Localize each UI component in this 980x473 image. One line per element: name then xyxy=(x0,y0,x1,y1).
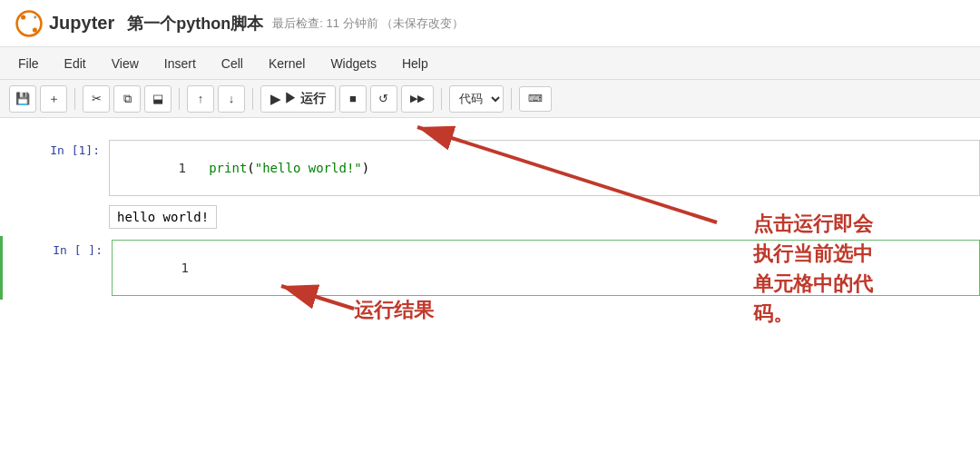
run-label: ▶ 运行 xyxy=(284,91,326,107)
print-keyword: print xyxy=(209,161,247,175)
menu-item-widgets[interactable]: Widgets xyxy=(327,54,380,73)
cell-1-paren-close: ) xyxy=(362,161,369,175)
jupyter-wordmark: Jupyter xyxy=(49,13,114,34)
menu-item-view[interactable]: View xyxy=(108,54,142,73)
line-number-2: 1 xyxy=(181,261,188,275)
stop-button[interactable]: ■ xyxy=(339,85,367,113)
click-run-annotation: 点击运行即会执行当前选中单元格中的代码。 xyxy=(753,209,953,329)
top-bar: Jupyter 第一个python脚本 最后检查: 11 分钟前 （未保存改变） xyxy=(0,0,980,47)
cut-button[interactable]: ✂ xyxy=(83,85,110,113)
run-icon: ▶ xyxy=(270,92,280,106)
cell-2-prompt: In [ ]: xyxy=(3,240,112,296)
notebook-area: In [1]: 1 print("hello world!") hello wo… xyxy=(0,118,980,473)
run-result-annotation: 运行结果 xyxy=(354,295,434,325)
menu-item-file[interactable]: File xyxy=(15,54,43,73)
toolbar-separator-4 xyxy=(441,88,442,110)
notebook-meta: 最后检查: 11 分钟前 （未保存改变） xyxy=(272,15,464,32)
cell-1-paren-open: ( xyxy=(247,161,254,175)
cell-1-output: hello world! xyxy=(109,205,217,229)
move-down-button[interactable]: ↓ xyxy=(218,85,245,113)
paste-button[interactable]: ⬓ xyxy=(144,85,172,113)
jupyter-logo-icon xyxy=(15,9,44,38)
cell-1-input[interactable]: 1 print("hello world!") xyxy=(109,140,980,196)
run-button[interactable]: ▶ ▶ 运行 xyxy=(260,85,336,113)
add-cell-button[interactable]: ＋ xyxy=(40,85,67,113)
toolbar: 💾 ＋ ✂ ⧉ ⬓ ↑ ↓ ▶ ▶ 运行 ■ ↺ ▶▶ 代码 ⌨ xyxy=(0,80,980,118)
svg-point-2 xyxy=(33,27,37,32)
menu-item-insert[interactable]: Insert xyxy=(161,54,200,73)
move-up-button[interactable]: ↑ xyxy=(187,85,214,113)
cell-1-string: "hello world!" xyxy=(255,161,362,175)
copy-button[interactable]: ⧉ xyxy=(113,85,141,113)
line-number-1: 1 xyxy=(178,161,185,175)
toolbar-separator-1 xyxy=(74,88,75,110)
menu-item-cell[interactable]: Cell xyxy=(218,54,247,73)
svg-point-3 xyxy=(34,15,36,18)
save-button[interactable]: 💾 xyxy=(9,85,36,113)
toolbar-separator-5 xyxy=(511,88,512,110)
menu-item-help[interactable]: Help xyxy=(398,54,432,73)
menu-item-edit[interactable]: Edit xyxy=(61,54,90,73)
cell-1-prompt: In [1]: xyxy=(0,140,109,229)
menu-item-kernel[interactable]: Kernel xyxy=(265,54,309,73)
toolbar-separator-2 xyxy=(179,88,180,110)
jupyter-logo: Jupyter xyxy=(15,9,114,38)
svg-point-1 xyxy=(21,15,25,19)
toolbar-separator-3 xyxy=(252,88,253,110)
notebook-title[interactable]: 第一个python脚本 xyxy=(127,13,263,34)
menu-bar: FileEditViewInsertCellKernelWidgetsHelp xyxy=(0,47,980,80)
svg-point-0 xyxy=(17,11,42,35)
run-all-button[interactable]: ▶▶ xyxy=(401,85,434,113)
restart-button[interactable]: ↺ xyxy=(370,85,397,113)
cell-type-select[interactable]: 代码 xyxy=(449,85,504,113)
keyboard-shortcuts-button[interactable]: ⌨ xyxy=(519,86,552,112)
